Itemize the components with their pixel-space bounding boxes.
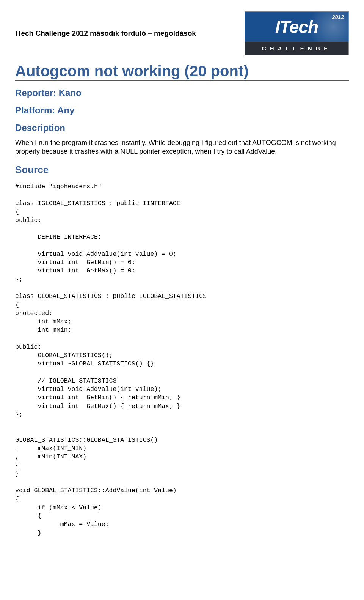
- logo-bottom: CHALLENGE: [245, 42, 349, 55]
- logo-subtitle: CHALLENGE: [262, 45, 331, 52]
- logo-top: 2012 ITech: [245, 11, 349, 42]
- document-header: ITech Challenge 2012 második forduló – m…: [15, 11, 349, 55]
- description-heading: Description: [15, 123, 349, 133]
- source-code-block: #include "igoheaders.h" class IGLOBAL_ST…: [15, 183, 349, 537]
- logo-year: 2012: [332, 14, 344, 20]
- page-title: Autogcom not working (20 pont): [15, 63, 349, 81]
- header-text: ITech Challenge 2012 második forduló – m…: [15, 29, 196, 38]
- platform-line: Platform: Any: [15, 105, 349, 116]
- itech-logo: 2012 ITech CHALLENGE: [245, 11, 349, 55]
- logo-brand: ITech: [275, 17, 318, 37]
- reporter-line: Reporter: Kano: [15, 88, 349, 98]
- description-text: When I run the program it crashes instan…: [15, 139, 349, 156]
- source-heading: Source: [15, 164, 349, 176]
